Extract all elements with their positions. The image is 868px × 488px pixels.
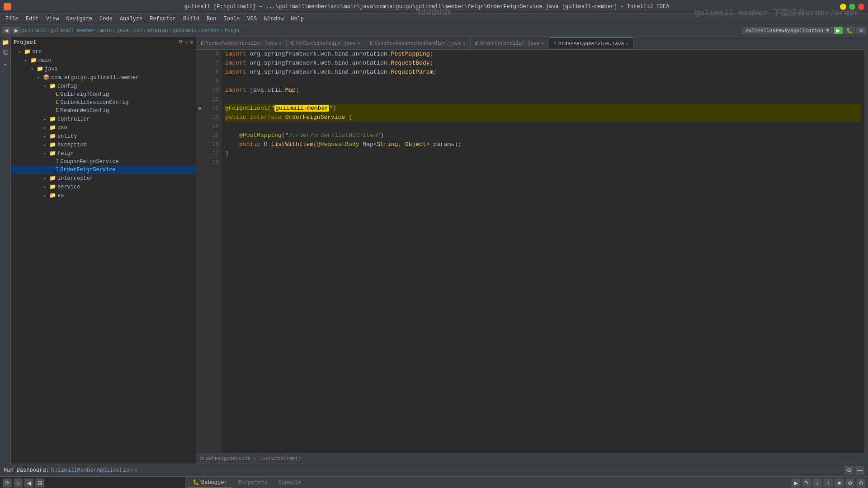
tree-config[interactable]: ▾📁config xyxy=(11,82,196,90)
menu-edit[interactable]: Edit xyxy=(22,15,42,23)
menu-analyze[interactable]: Analyze xyxy=(116,15,146,23)
menu-file[interactable]: File xyxy=(2,15,22,23)
menu-refactor[interactable]: Refactor xyxy=(146,15,179,23)
code-line-16: public R listWithItem(@RequestBody Map<S… xyxy=(225,140,861,149)
menu-vcs[interactable]: VCS xyxy=(244,15,261,23)
close-button[interactable] xyxy=(858,4,864,10)
code-line-15: @PostMapping("/order/order/listWithItem"… xyxy=(225,131,861,140)
dbg-resume-button[interactable]: ▶ xyxy=(791,479,800,488)
run-button[interactable]: ▶ xyxy=(834,27,843,34)
tree-couponFeignService[interactable]: ICouponFeignService xyxy=(11,158,196,166)
dbg-stop-button[interactable]: ■ xyxy=(835,479,844,488)
bc-gulimall[interactable]: gulimall xyxy=(22,28,46,33)
run-close-icon[interactable]: ✕ xyxy=(134,467,137,474)
sidebar-gear-icon[interactable]: ⚙ xyxy=(190,39,193,46)
tab-close-ordercontroller[interactable]: ✕ xyxy=(541,41,544,46)
debug-gutter: ⚙ → xyxy=(196,50,203,453)
tab-reflectivefeign[interactable]: C ReflectiveFeign.java ✕ xyxy=(287,38,365,49)
menu-navigate[interactable]: Navigate xyxy=(62,15,96,23)
menu-tools[interactable]: Tools xyxy=(220,15,244,23)
tree-java[interactable]: ▾📁java xyxy=(11,65,196,73)
tree-feign[interactable]: ▾📁feign xyxy=(11,149,196,158)
tree-interceptor[interactable]: ▸📁interceptor xyxy=(11,174,196,183)
run-collapse-button[interactable]: ◀ xyxy=(24,479,33,488)
code-editor[interactable]: ⚙ → 6 7 8 9 10 11 12 13 14 15 16 17 18 i… xyxy=(196,50,864,453)
tree-orderFeignService[interactable]: IOrderFeignService xyxy=(11,166,196,174)
run-toggle-button[interactable]: ≡ xyxy=(14,479,23,488)
menu-help[interactable]: Help xyxy=(287,15,307,23)
tree-controller[interactable]: ▸📁controller xyxy=(11,115,196,123)
tree-gulimallSessionConfig[interactable]: CGulimallSessionConfig xyxy=(11,99,196,107)
code-line-6: import org.springframework.web.bind.anno… xyxy=(225,50,861,59)
menu-view[interactable]: View xyxy=(42,15,63,23)
editor-tabs: C MemberWebController.java ✕ C Reflectiv… xyxy=(196,37,864,50)
tree-package[interactable]: ▾📦com.atguigu.gulimall.member xyxy=(11,73,196,82)
bc-gulimall2[interactable]: gulimall xyxy=(173,28,197,33)
project-label: Project xyxy=(14,39,36,46)
tree-service[interactable]: ▸📁service xyxy=(11,183,196,191)
tree-exception[interactable]: ▸📁exception xyxy=(11,141,196,149)
debug-button[interactable]: 🐛 xyxy=(844,27,855,34)
dbg-settings-button[interactable]: ⚙ xyxy=(856,479,865,488)
tab-close-orderfeignservice[interactable]: ✕ xyxy=(626,41,628,47)
bc-main[interactable]: main xyxy=(100,28,112,33)
sidebar: Project ⟳ ≡ ⚙ ▾📁src ▾📁main ▾📁java ▾📦com.… xyxy=(11,37,196,464)
tab-debugger[interactable]: 🐛 Debugger xyxy=(188,477,232,488)
sidebar-collapse-icon[interactable]: ≡ xyxy=(185,39,188,46)
dbg-mute-button[interactable]: ⊘ xyxy=(845,479,854,488)
tree-dao[interactable]: ▸📁dao xyxy=(11,123,196,132)
bookmarks-icon[interactable]: ★ xyxy=(1,61,10,70)
run-config-selector[interactable]: GulimallGatewayApplication ▼ xyxy=(742,27,833,34)
activity-bar: 📁 🏗 ★ xyxy=(0,37,11,464)
editor-breadcrumb: OrderFeignService › listWithItem() xyxy=(200,456,301,461)
code-line-17: } xyxy=(225,149,861,158)
forward-button[interactable]: ▶ xyxy=(12,27,21,34)
tree-guliFeignConfig[interactable]: CGuliFeignConfig xyxy=(11,90,196,99)
menu-code[interactable]: Code xyxy=(96,15,116,23)
tab-close-memberwebcontroller[interactable]: ✕ xyxy=(279,41,282,46)
tree-main[interactable]: ▾📁main xyxy=(11,56,196,65)
tree-entity[interactable]: ▸📁entity xyxy=(11,132,196,141)
settings-gear-icon[interactable]: ⚙ xyxy=(844,466,854,475)
settings-button[interactable]: ⚙ xyxy=(856,27,866,34)
tree-src[interactable]: ▾📁src xyxy=(11,47,196,56)
tab-close-synchronous[interactable]: ✕ xyxy=(463,41,466,46)
sidebar-sync-icon[interactable]: ⟳ xyxy=(179,39,183,46)
tab-orderfeignservice[interactable]: I OrderFeignService.java ✕ xyxy=(549,38,634,49)
hide-panel-icon[interactable]: — xyxy=(855,466,864,475)
window-controls[interactable] xyxy=(840,4,864,10)
tab-ordercontroller[interactable]: C OrderController.java ✕ xyxy=(471,38,549,49)
debugger-panel: 🐛 Debugger Endpoints Console ▶ ↷ ↓ ↑ ■ ⊘… xyxy=(185,477,868,488)
menu-run[interactable]: Run xyxy=(203,15,220,23)
tab-memberwebcontroller[interactable]: C MemberWebController.java ✕ xyxy=(196,38,287,49)
tab-console[interactable]: Console xyxy=(274,478,305,488)
project-icon[interactable]: 📁 xyxy=(1,39,10,48)
bc-feign[interactable]: feign xyxy=(224,28,239,33)
back-button[interactable]: ◀ xyxy=(2,27,11,34)
scroll-bar-right[interactable] xyxy=(864,37,868,464)
menu-build[interactable]: Build xyxy=(179,15,203,23)
minimize-button[interactable] xyxy=(840,4,846,10)
bc-member2[interactable]: member xyxy=(202,28,220,33)
tab-synchronousmethodhandler[interactable]: C SynchronousMethodHandler.java ✕ xyxy=(365,38,471,49)
tree-memberWebConfig[interactable]: CMemberWebConfig xyxy=(11,107,196,115)
dbg-stepout-button[interactable]: ↑ xyxy=(824,479,833,488)
dbg-stepin-button[interactable]: ↓ xyxy=(813,479,822,488)
run-config-name: GulimallGatewayApplication xyxy=(745,28,823,33)
structure-icon[interactable]: 🏗 xyxy=(1,50,10,59)
tab-close-reflectivefeign[interactable]: ✕ xyxy=(358,41,360,46)
run-filter-button[interactable]: ⊟ xyxy=(35,479,44,488)
run-app-name[interactable]: GulimallMemberApplication xyxy=(51,467,132,474)
bc-com[interactable]: com xyxy=(133,28,142,33)
code-content[interactable]: import org.springframework.web.bind.anno… xyxy=(222,50,864,453)
dbg-stepover-button[interactable]: ↷ xyxy=(802,479,811,488)
tab-endpoints[interactable]: Endpoints xyxy=(234,478,272,488)
tree-vo[interactable]: ▸📁vo xyxy=(11,191,196,200)
bc-member[interactable]: gulimall-member xyxy=(50,28,95,33)
bc-java[interactable]: java xyxy=(117,28,128,33)
maximize-button[interactable] xyxy=(849,4,855,10)
run-restart-button[interactable]: ⟳ xyxy=(3,479,12,488)
menu-bar: File Edit View Navigate Code Analyze Ref… xyxy=(0,14,868,24)
bc-atguigu[interactable]: atguigu xyxy=(147,28,168,33)
menu-window[interactable]: Window xyxy=(260,15,287,23)
